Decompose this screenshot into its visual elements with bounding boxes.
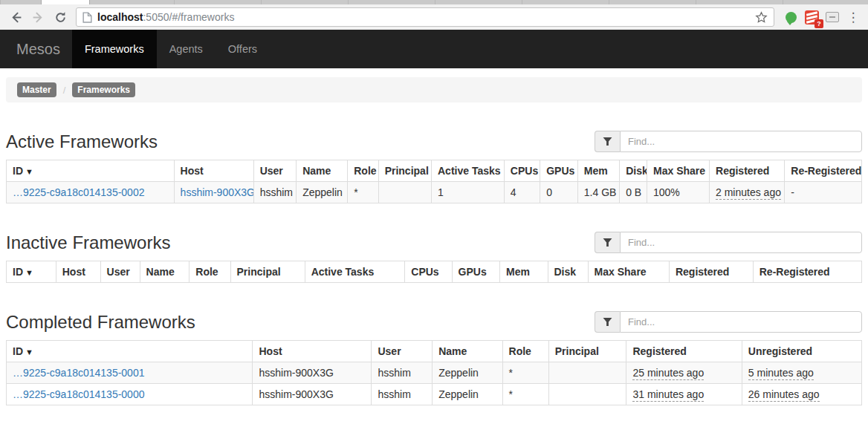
find-input[interactable] (620, 131, 862, 152)
column-header-gpus[interactable]: GPUs (452, 261, 499, 283)
framework-id-link[interactable]: …9225-c9a18c014135-0000 (13, 388, 144, 400)
nav-tab-frameworks[interactable]: Frameworks (72, 30, 157, 68)
url-host: localhost (97, 11, 143, 23)
filter-funnel-icon (603, 137, 612, 146)
cell-principal (548, 362, 626, 384)
extension-todoist[interactable]: ? (803, 8, 820, 26)
sort-desc-icon: ▼ (23, 348, 33, 356)
column-header-disk[interactable]: Disk (620, 160, 647, 182)
back-button[interactable] (6, 7, 25, 27)
column-header-re-registered[interactable]: Re-Registered (753, 261, 861, 283)
column-header-mem[interactable]: Mem (500, 261, 548, 283)
cell-registered: 2 minutes ago (710, 182, 785, 203)
find-input[interactable] (620, 232, 862, 253)
column-header-registered[interactable]: Registered (669, 261, 753, 283)
column-header-disk[interactable]: Disk (548, 261, 588, 283)
cell-principal (378, 182, 431, 203)
section-inactive-frameworks: Inactive Frameworks ID ▼HostUserNameRole… (6, 232, 862, 283)
column-header-host[interactable]: Host (174, 160, 253, 182)
url-text: localhost:5050/#/frameworks (97, 11, 234, 23)
column-header-name[interactable]: Name (297, 160, 348, 182)
cell-host: hsshim-900X3G (174, 182, 253, 203)
column-header-name[interactable]: Name (140, 261, 190, 283)
column-header-id[interactable]: ID ▼ (7, 341, 253, 362)
column-header-registered[interactable]: Registered (626, 341, 742, 362)
cell-max-share: 100% (647, 182, 710, 203)
cell-host: hsshim-900X3G (253, 384, 372, 405)
column-header-max-share[interactable]: Max Share (647, 160, 710, 182)
reload-button[interactable] (51, 7, 70, 27)
column-header-id[interactable]: ID ▼ (7, 160, 175, 182)
sort-desc-icon: ▼ (23, 167, 33, 176)
page-icon (82, 12, 92, 23)
cell-host: hsshim-900X3G (253, 362, 372, 384)
inactive-frameworks-table: ID ▼HostUserNameRolePrincipalActive Task… (6, 261, 862, 283)
url-bar[interactable]: localhost:5050/#/frameworks (76, 7, 774, 27)
browser-menu-button[interactable]: ⋮ (844, 8, 862, 26)
forward-button[interactable] (28, 7, 48, 27)
column-header-principal[interactable]: Principal (378, 160, 431, 182)
forward-arrow-icon (32, 11, 45, 24)
column-header-active-tasks[interactable]: Active Tasks (432, 160, 505, 182)
framework-id-link[interactable]: …9225-c9a18c014135-0002 (13, 186, 144, 198)
column-header-user[interactable]: User (100, 261, 140, 283)
column-header-active-tasks[interactable]: Active Tasks (305, 261, 405, 283)
column-header-gpus[interactable]: GPUs (540, 160, 578, 182)
column-header-name[interactable]: Name (433, 341, 502, 362)
filter-group (595, 311, 862, 333)
breadcrumb-separator: / (63, 85, 66, 96)
filter-group (595, 131, 862, 152)
column-header-id[interactable]: ID ▼ (7, 261, 56, 283)
column-header-role[interactable]: Role (348, 160, 378, 182)
extension-cast[interactable] (823, 8, 841, 26)
column-header-principal[interactable]: Principal (230, 261, 305, 283)
completed-frameworks-table: ID ▼HostUserNameRolePrincipalRegisteredU… (6, 340, 862, 405)
column-header-unregistered[interactable]: Unregistered (742, 341, 861, 362)
column-header-mem[interactable]: Mem (577, 160, 619, 182)
framework-id-link[interactable]: …9225-c9a18c014135-0001 (13, 367, 144, 379)
cell-mem: 1.4 GB (577, 182, 619, 203)
column-header-user[interactable]: User (372, 341, 433, 362)
column-header-max-share[interactable]: Max Share (588, 261, 669, 283)
filter-funnel-icon (603, 238, 612, 247)
table-header-row: ID ▼HostUserNameRolePrincipalRegisteredU… (7, 341, 862, 362)
column-header-registered[interactable]: Registered (710, 160, 785, 182)
cell-active-tasks: 1 (432, 182, 505, 203)
breadcrumb-master[interactable]: Master (17, 82, 56, 97)
cast-icon (826, 12, 839, 22)
navbar-brand[interactable]: Mesos (4, 30, 72, 68)
relative-time: 31 minutes ago (632, 388, 704, 402)
find-input[interactable] (620, 311, 862, 333)
relative-time: 25 minutes ago (632, 367, 704, 380)
column-header-host[interactable]: Host (253, 341, 372, 362)
column-header-role[interactable]: Role (502, 341, 548, 362)
column-header-host[interactable]: Host (56, 261, 100, 283)
column-header-principal[interactable]: Principal (548, 341, 626, 362)
breadcrumb: Master / Frameworks (6, 77, 862, 102)
reload-icon (54, 11, 67, 24)
cell-id: …9225-c9a18c014135-0000 (7, 384, 253, 405)
mesos-navbar: Mesos Frameworks Agents Offers (0, 30, 868, 68)
cell-gpus: 0 (540, 182, 578, 203)
breadcrumb-frameworks[interactable]: Frameworks (72, 82, 135, 97)
column-header-cpus[interactable]: CPUs (405, 261, 452, 283)
bookmark-star-icon[interactable] (755, 11, 768, 24)
cell-unregistered: 26 minutes ago (742, 384, 861, 405)
cell-user: hsshim (372, 384, 433, 405)
back-arrow-icon (10, 11, 22, 24)
kebab-menu-icon: ⋮ (847, 11, 860, 24)
framework-row: …9225-c9a18c014135-0001hsshim-900X3Ghssh… (7, 362, 862, 384)
nav-tab-agents[interactable]: Agents (157, 30, 216, 68)
column-header-cpus[interactable]: CPUs (504, 160, 540, 182)
extension-green-pin[interactable] (782, 8, 800, 26)
nav-tab-offers[interactable]: Offers (216, 30, 270, 68)
column-header-re-registered[interactable]: Re-Registered (785, 160, 862, 182)
host-link[interactable]: hsshim-900X3G (181, 186, 254, 198)
column-header-user[interactable]: User (253, 160, 297, 182)
cell-principal (548, 384, 626, 405)
section-completed-frameworks: Completed Frameworks ID ▼HostUserNameRol… (6, 311, 862, 405)
active-frameworks-table: ID ▼HostUserNameRolePrincipalActive Task… (6, 160, 862, 203)
active-browser-tab[interactable] (41, 0, 90, 4)
cell-name: Zeppelin (297, 182, 348, 203)
column-header-role[interactable]: Role (190, 261, 230, 283)
